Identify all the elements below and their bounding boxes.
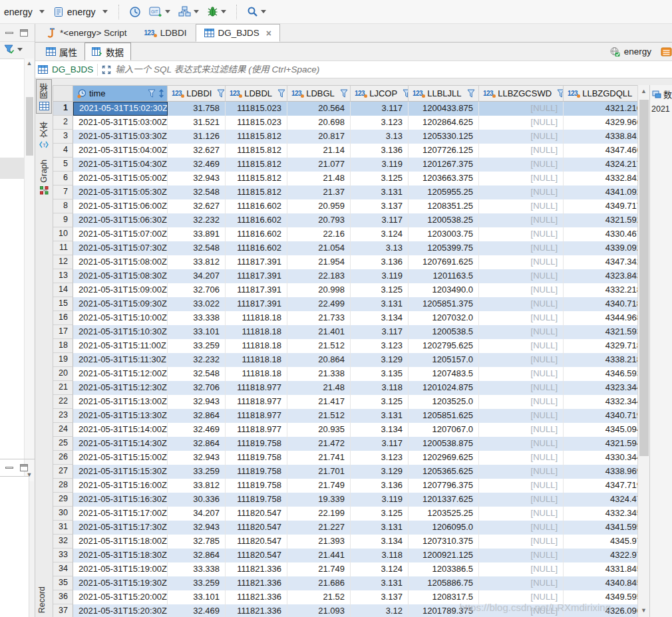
scrollbar-thumb[interactable]: [639, 100, 649, 456]
row-number[interactable]: 22: [53, 395, 73, 409]
grid-cell[interactable]: 31.758: [168, 102, 226, 116]
grid-cell[interactable]: 21.054: [287, 241, 351, 255]
row-number[interactable]: 11: [53, 241, 73, 255]
grid-cell[interactable]: 4347.466: [564, 144, 637, 158]
row-number[interactable]: 28: [53, 479, 73, 493]
grid-cell[interactable]: 2021-05-31T15:06:00Z: [73, 199, 168, 213]
grid-cell[interactable]: 2021-05-31T15:14:00Z: [73, 423, 168, 437]
row-number[interactable]: 30: [53, 507, 73, 521]
grid-cell[interactable]: 21.441: [287, 549, 351, 562]
grid-cell[interactable]: 1201163.5: [409, 269, 479, 283]
grid-cell[interactable]: 32.232: [168, 213, 226, 227]
row-number[interactable]: 3: [53, 130, 73, 144]
filter-icon[interactable]: [340, 89, 348, 98]
grid-cell[interactable]: 20.998: [287, 283, 351, 297]
connection-name[interactable]: energy: [624, 47, 651, 57]
presentation-tab-graph[interactable]: Graph: [36, 156, 52, 198]
grid-cell[interactable]: 32.548: [168, 185, 226, 199]
grid-cell[interactable]: 3.123: [351, 339, 409, 353]
grid-cell[interactable]: 32.864: [168, 409, 226, 423]
grid-cell[interactable]: 1205955.25: [409, 185, 479, 199]
grid-cell[interactable]: 3.137: [351, 590, 409, 604]
sort-icon[interactable]: [158, 89, 164, 98]
grid-cell[interactable]: 1203386.5: [409, 562, 479, 576]
grid-cell[interactable]: 33.812: [168, 255, 226, 269]
grid-cell[interactable]: 3.125: [351, 395, 409, 409]
grid-cell[interactable]: 3.131: [351, 409, 409, 423]
grid-cell[interactable]: 2021-05-31T15:15:00Z: [73, 451, 168, 465]
expand-filter-icon[interactable]: [102, 65, 111, 74]
grid-cell[interactable]: 32.864: [168, 437, 226, 451]
grid-cell[interactable]: 32.785: [168, 535, 226, 549]
filter-icon[interactable]: [217, 89, 225, 98]
row-number[interactable]: 12: [53, 255, 73, 269]
grid-cell[interactable]: 1205399.75: [409, 241, 479, 255]
grid-cell[interactable]: 1205886.75: [409, 576, 479, 590]
grid-cell[interactable]: 3.125: [351, 172, 409, 185]
grid-cell[interactable]: 2021-05-31T15:12:30Z: [73, 381, 168, 395]
scrollbar-thumb[interactable]: [26, 97, 33, 156]
grid-cell[interactable]: 33.259: [168, 465, 226, 479]
grid-cell[interactable]: 111819.758: [226, 493, 287, 507]
grid-cell[interactable]: 2021-05-31T15:18:00Z: [73, 535, 168, 549]
grid-cell[interactable]: 1201789.375: [409, 604, 479, 617]
scroll-up-icon[interactable]: ▲: [638, 86, 649, 96]
grid-cell[interactable]: 33.259: [168, 339, 226, 353]
grid-cell[interactable]: 4332.344: [564, 395, 637, 409]
grid-cell[interactable]: 21.393: [287, 535, 351, 549]
grid-cell[interactable]: 21.512: [287, 409, 351, 423]
grid-cell[interactable]: [NULL]: [479, 241, 564, 255]
grid-cell[interactable]: 4340.718: [564, 297, 637, 311]
grid-cell[interactable]: [NULL]: [479, 199, 564, 213]
grid-cell[interactable]: 30.336: [168, 493, 226, 507]
grid-cell[interactable]: 34.207: [168, 507, 226, 521]
grid-cell[interactable]: 1208351.25: [409, 199, 479, 213]
grid-cell[interactable]: 1201024.875: [409, 381, 479, 395]
row-number[interactable]: 26: [53, 451, 73, 465]
minimize-view-icon[interactable]: [5, 467, 13, 469]
grid-cell[interactable]: 1202795.625: [409, 339, 479, 353]
row-number[interactable]: 1: [53, 102, 73, 116]
grid-cell[interactable]: [NULL]: [479, 269, 564, 283]
grid-cell[interactable]: 111816.602: [226, 241, 287, 255]
grid-cell[interactable]: 2021-05-31T15:12:00Z: [73, 367, 168, 381]
grid-cell[interactable]: 33.891: [168, 227, 226, 241]
grid-cell[interactable]: [NULL]: [479, 311, 564, 325]
grid-cell[interactable]: 20.793: [287, 213, 351, 227]
row-number[interactable]: 10: [53, 227, 73, 241]
grid-cell[interactable]: 21.37: [287, 185, 351, 199]
grid-cell[interactable]: 1205157.0: [409, 353, 479, 367]
grid-cell[interactable]: 21.338: [287, 367, 351, 381]
grid-cell[interactable]: 2021-05-31T15:07:30Z: [73, 241, 168, 255]
row-number[interactable]: 24: [53, 423, 73, 437]
grid-cell[interactable]: 1205365.625: [409, 465, 479, 479]
grid-cell[interactable]: 3.131: [351, 576, 409, 590]
grid-cell[interactable]: 20.959: [287, 199, 351, 213]
grid-cell[interactable]: 2021-05-31T15:17:00Z: [73, 507, 168, 521]
grid-cell[interactable]: 3.118: [351, 549, 409, 562]
grid-cell[interactable]: [NULL]: [479, 395, 564, 409]
row-number[interactable]: 4: [53, 144, 73, 158]
grid-cell[interactable]: 32.943: [168, 172, 226, 185]
grid-cell[interactable]: [NULL]: [479, 549, 564, 562]
grid-cell[interactable]: [NULL]: [479, 325, 564, 339]
grid-cell[interactable]: 1201267.375: [409, 158, 479, 172]
grid-cell[interactable]: 1200921.125: [409, 549, 479, 562]
grid-cell[interactable]: 4322.97: [564, 549, 637, 562]
row-number[interactable]: 16: [53, 311, 73, 325]
grid-cell[interactable]: 2021-05-31T15:16:30Z: [73, 493, 168, 507]
grid-cell[interactable]: 2021-05-31T15:03:30Z: [73, 130, 168, 144]
row-number[interactable]: 13: [53, 269, 73, 283]
close-icon[interactable]: ×: [266, 28, 271, 39]
grid-cell[interactable]: 32.943: [168, 395, 226, 409]
sql-filter-input[interactable]: [115, 64, 672, 74]
grid-cell[interactable]: [NULL]: [479, 507, 564, 521]
editor-tab-dg-bjds[interactable]: DG_BJDS×: [196, 24, 280, 42]
row-number[interactable]: 23: [53, 409, 73, 423]
grid-cell[interactable]: 2021-05-31T15:10:30Z: [73, 325, 168, 339]
value-panel[interactable]: 数 2021: [649, 85, 672, 617]
grid-cell[interactable]: 4341.595: [564, 521, 637, 535]
filter-icon[interactable]: [277, 89, 285, 98]
grid-cell[interactable]: 31.126: [168, 130, 226, 144]
grid-cell[interactable]: 2021-05-31T15:04:00Z: [73, 144, 168, 158]
